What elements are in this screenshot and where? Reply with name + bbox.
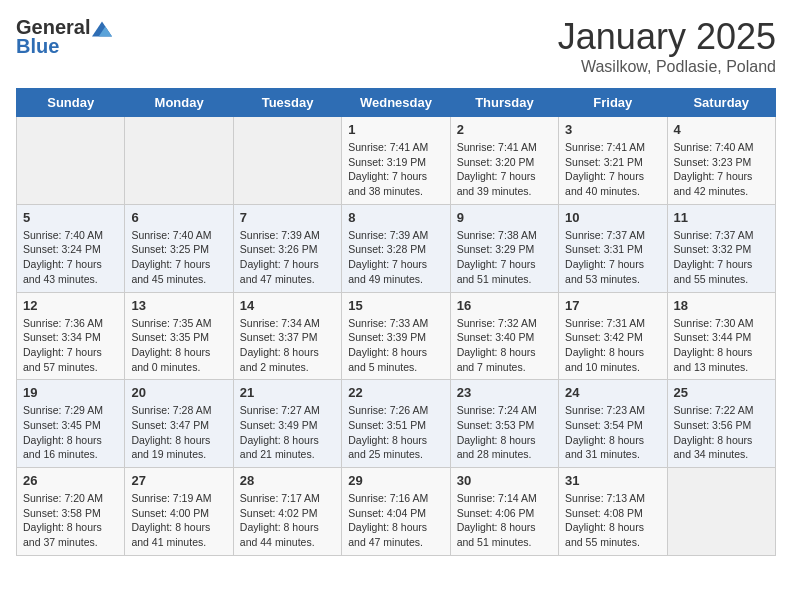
day-info: Sunrise: 7:39 AM Sunset: 3:26 PM Dayligh…	[240, 228, 335, 287]
day-info: Sunrise: 7:38 AM Sunset: 3:29 PM Dayligh…	[457, 228, 552, 287]
day-info: Sunrise: 7:32 AM Sunset: 3:40 PM Dayligh…	[457, 316, 552, 375]
day-number: 24	[565, 385, 660, 400]
logo-icon	[92, 19, 112, 39]
day-info: Sunrise: 7:39 AM Sunset: 3:28 PM Dayligh…	[348, 228, 443, 287]
day-header-sunday: Sunday	[17, 89, 125, 117]
calendar-cell: 2Sunrise: 7:41 AM Sunset: 3:20 PM Daylig…	[450, 117, 558, 205]
day-info: Sunrise: 7:40 AM Sunset: 3:24 PM Dayligh…	[23, 228, 118, 287]
calendar-cell: 20Sunrise: 7:28 AM Sunset: 3:47 PM Dayli…	[125, 380, 233, 468]
day-info: Sunrise: 7:28 AM Sunset: 3:47 PM Dayligh…	[131, 403, 226, 462]
day-number: 2	[457, 122, 552, 137]
calendar-cell: 27Sunrise: 7:19 AM Sunset: 4:00 PM Dayli…	[125, 468, 233, 556]
day-number: 28	[240, 473, 335, 488]
day-number: 5	[23, 210, 118, 225]
day-number: 8	[348, 210, 443, 225]
day-number: 13	[131, 298, 226, 313]
day-header-wednesday: Wednesday	[342, 89, 450, 117]
day-info: Sunrise: 7:20 AM Sunset: 3:58 PM Dayligh…	[23, 491, 118, 550]
day-number: 4	[674, 122, 769, 137]
calendar-cell: 24Sunrise: 7:23 AM Sunset: 3:54 PM Dayli…	[559, 380, 667, 468]
logo-blue-text: Blue	[16, 35, 59, 58]
calendar-cell: 19Sunrise: 7:29 AM Sunset: 3:45 PM Dayli…	[17, 380, 125, 468]
day-number: 21	[240, 385, 335, 400]
day-info: Sunrise: 7:19 AM Sunset: 4:00 PM Dayligh…	[131, 491, 226, 550]
logo: General Blue	[16, 16, 112, 58]
calendar-cell: 31Sunrise: 7:13 AM Sunset: 4:08 PM Dayli…	[559, 468, 667, 556]
day-info: Sunrise: 7:22 AM Sunset: 3:56 PM Dayligh…	[674, 403, 769, 462]
day-header-tuesday: Tuesday	[233, 89, 341, 117]
title-block: January 2025 Wasilkow, Podlasie, Poland	[558, 16, 776, 76]
day-number: 16	[457, 298, 552, 313]
day-info: Sunrise: 7:41 AM Sunset: 3:20 PM Dayligh…	[457, 140, 552, 199]
calendar-cell: 5Sunrise: 7:40 AM Sunset: 3:24 PM Daylig…	[17, 204, 125, 292]
day-number: 11	[674, 210, 769, 225]
day-info: Sunrise: 7:40 AM Sunset: 3:25 PM Dayligh…	[131, 228, 226, 287]
day-number: 22	[348, 385, 443, 400]
day-number: 15	[348, 298, 443, 313]
calendar-cell: 7Sunrise: 7:39 AM Sunset: 3:26 PM Daylig…	[233, 204, 341, 292]
calendar-cell: 29Sunrise: 7:16 AM Sunset: 4:04 PM Dayli…	[342, 468, 450, 556]
day-number: 6	[131, 210, 226, 225]
days-header-row: SundayMondayTuesdayWednesdayThursdayFrid…	[17, 89, 776, 117]
day-info: Sunrise: 7:36 AM Sunset: 3:34 PM Dayligh…	[23, 316, 118, 375]
day-header-thursday: Thursday	[450, 89, 558, 117]
day-number: 17	[565, 298, 660, 313]
calendar-cell: 3Sunrise: 7:41 AM Sunset: 3:21 PM Daylig…	[559, 117, 667, 205]
day-info: Sunrise: 7:16 AM Sunset: 4:04 PM Dayligh…	[348, 491, 443, 550]
month-title: January 2025	[558, 16, 776, 58]
day-info: Sunrise: 7:13 AM Sunset: 4:08 PM Dayligh…	[565, 491, 660, 550]
calendar-cell: 25Sunrise: 7:22 AM Sunset: 3:56 PM Dayli…	[667, 380, 775, 468]
calendar-cell: 15Sunrise: 7:33 AM Sunset: 3:39 PM Dayli…	[342, 292, 450, 380]
day-header-saturday: Saturday	[667, 89, 775, 117]
calendar-cell: 17Sunrise: 7:31 AM Sunset: 3:42 PM Dayli…	[559, 292, 667, 380]
calendar-cell	[125, 117, 233, 205]
day-header-friday: Friday	[559, 89, 667, 117]
week-row-5: 26Sunrise: 7:20 AM Sunset: 3:58 PM Dayli…	[17, 468, 776, 556]
calendar-cell: 18Sunrise: 7:30 AM Sunset: 3:44 PM Dayli…	[667, 292, 775, 380]
day-info: Sunrise: 7:37 AM Sunset: 3:31 PM Dayligh…	[565, 228, 660, 287]
day-number: 31	[565, 473, 660, 488]
day-number: 18	[674, 298, 769, 313]
day-info: Sunrise: 7:17 AM Sunset: 4:02 PM Dayligh…	[240, 491, 335, 550]
day-info: Sunrise: 7:23 AM Sunset: 3:54 PM Dayligh…	[565, 403, 660, 462]
calendar-cell	[17, 117, 125, 205]
day-info: Sunrise: 7:27 AM Sunset: 3:49 PM Dayligh…	[240, 403, 335, 462]
day-info: Sunrise: 7:41 AM Sunset: 3:21 PM Dayligh…	[565, 140, 660, 199]
calendar-cell: 4Sunrise: 7:40 AM Sunset: 3:23 PM Daylig…	[667, 117, 775, 205]
week-row-1: 1Sunrise: 7:41 AM Sunset: 3:19 PM Daylig…	[17, 117, 776, 205]
calendar-cell: 22Sunrise: 7:26 AM Sunset: 3:51 PM Dayli…	[342, 380, 450, 468]
calendar-cell: 1Sunrise: 7:41 AM Sunset: 3:19 PM Daylig…	[342, 117, 450, 205]
location-subtitle: Wasilkow, Podlasie, Poland	[558, 58, 776, 76]
day-number: 26	[23, 473, 118, 488]
day-number: 20	[131, 385, 226, 400]
day-info: Sunrise: 7:37 AM Sunset: 3:32 PM Dayligh…	[674, 228, 769, 287]
day-number: 9	[457, 210, 552, 225]
calendar-cell: 6Sunrise: 7:40 AM Sunset: 3:25 PM Daylig…	[125, 204, 233, 292]
day-number: 19	[23, 385, 118, 400]
day-info: Sunrise: 7:41 AM Sunset: 3:19 PM Dayligh…	[348, 140, 443, 199]
day-header-monday: Monday	[125, 89, 233, 117]
calendar-cell: 23Sunrise: 7:24 AM Sunset: 3:53 PM Dayli…	[450, 380, 558, 468]
calendar-cell: 12Sunrise: 7:36 AM Sunset: 3:34 PM Dayli…	[17, 292, 125, 380]
calendar-cell: 11Sunrise: 7:37 AM Sunset: 3:32 PM Dayli…	[667, 204, 775, 292]
calendar-cell: 8Sunrise: 7:39 AM Sunset: 3:28 PM Daylig…	[342, 204, 450, 292]
day-info: Sunrise: 7:30 AM Sunset: 3:44 PM Dayligh…	[674, 316, 769, 375]
calendar-cell	[667, 468, 775, 556]
day-info: Sunrise: 7:31 AM Sunset: 3:42 PM Dayligh…	[565, 316, 660, 375]
day-number: 23	[457, 385, 552, 400]
calendar-cell: 30Sunrise: 7:14 AM Sunset: 4:06 PM Dayli…	[450, 468, 558, 556]
week-row-3: 12Sunrise: 7:36 AM Sunset: 3:34 PM Dayli…	[17, 292, 776, 380]
calendar-cell: 16Sunrise: 7:32 AM Sunset: 3:40 PM Dayli…	[450, 292, 558, 380]
calendar-cell: 21Sunrise: 7:27 AM Sunset: 3:49 PM Dayli…	[233, 380, 341, 468]
day-number: 7	[240, 210, 335, 225]
day-info: Sunrise: 7:34 AM Sunset: 3:37 PM Dayligh…	[240, 316, 335, 375]
day-number: 29	[348, 473, 443, 488]
day-info: Sunrise: 7:33 AM Sunset: 3:39 PM Dayligh…	[348, 316, 443, 375]
day-number: 14	[240, 298, 335, 313]
day-info: Sunrise: 7:29 AM Sunset: 3:45 PM Dayligh…	[23, 403, 118, 462]
calendar-cell: 9Sunrise: 7:38 AM Sunset: 3:29 PM Daylig…	[450, 204, 558, 292]
day-number: 3	[565, 122, 660, 137]
day-info: Sunrise: 7:26 AM Sunset: 3:51 PM Dayligh…	[348, 403, 443, 462]
week-row-4: 19Sunrise: 7:29 AM Sunset: 3:45 PM Dayli…	[17, 380, 776, 468]
day-number: 25	[674, 385, 769, 400]
